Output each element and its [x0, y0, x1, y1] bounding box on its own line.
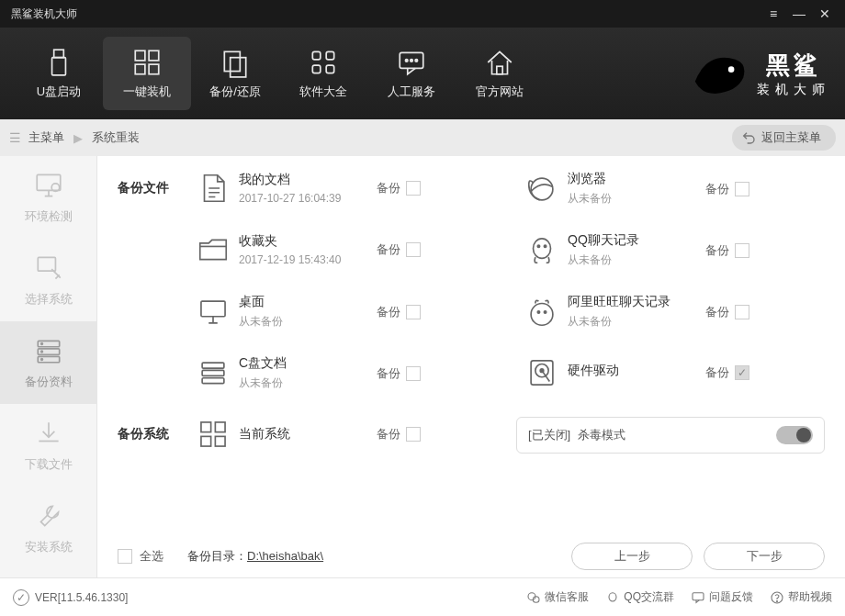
- svg-point-34: [544, 310, 546, 312]
- item-title: 阿里旺旺聊天记录: [568, 294, 705, 310]
- status-link-help[interactable]: 帮助视频: [770, 589, 832, 605]
- step-install[interactable]: 安装系统: [0, 487, 96, 569]
- svg-point-13: [405, 60, 408, 62]
- svg-point-17: [728, 66, 735, 73]
- next-step-button[interactable]: 下一步: [704, 543, 825, 570]
- status-link-wechat[interactable]: 微信客服: [526, 589, 589, 605]
- svg-rect-1: [52, 58, 66, 75]
- item-my-documents: 我的文档2017-10-27 16:04:39 备份: [187, 171, 496, 206]
- breadcrumb-root[interactable]: 主菜单: [28, 129, 64, 146]
- select-all-checkbox[interactable]: 全选: [118, 548, 187, 565]
- menu-button[interactable]: ≡: [760, 6, 786, 21]
- home-icon: [484, 47, 515, 78]
- svg-rect-3: [149, 50, 159, 61]
- svg-rect-31: [201, 301, 225, 317]
- breadcrumb-bar: ☰ 主菜单 ▶ 系统重装 返回主菜单: [0, 119, 845, 156]
- svg-rect-2: [135, 50, 145, 61]
- svg-rect-42: [215, 422, 225, 432]
- step-label: 环境检测: [25, 208, 73, 225]
- title-bar: 黑鲨装机大师 ≡ — ✕: [0, 0, 845, 28]
- status-link-qqgroup[interactable]: QQ交流群: [605, 589, 674, 605]
- backup-checkbox-driver[interactable]: 备份: [705, 364, 749, 381]
- monitor-icon: [196, 295, 231, 330]
- brand-logo: 黑鲨 装机大师: [687, 41, 830, 106]
- prev-step-button[interactable]: 上一步: [571, 543, 693, 570]
- antivirus-mode-box: [已关闭] 杀毒模式: [516, 417, 825, 454]
- back-main-button[interactable]: 返回主菜单: [732, 125, 836, 151]
- nav-support[interactable]: 人工服务: [367, 37, 456, 110]
- backup-path-link[interactable]: D:\heisha\bak\: [247, 549, 323, 563]
- nav-backup-restore[interactable]: 备份/还原: [191, 37, 279, 110]
- minimize-button[interactable]: —: [786, 6, 812, 21]
- apps-icon: [308, 47, 339, 78]
- wrench-icon: [33, 500, 64, 532]
- chevron-right-icon: ▶: [73, 131, 83, 145]
- svg-point-32: [531, 303, 553, 325]
- document-icon: [196, 171, 231, 206]
- cursor-rect-icon: [33, 252, 64, 284]
- antivirus-status: [已关闭]: [528, 427, 570, 443]
- item-sub: 2017-12-19 15:43:40: [239, 253, 377, 266]
- backup-checkbox-aliww[interactable]: 备份: [705, 304, 749, 320]
- svg-rect-48: [693, 592, 704, 599]
- chat-icon: [396, 47, 427, 78]
- svg-point-25: [40, 351, 42, 353]
- svg-rect-11: [326, 65, 334, 73]
- status-link-feedback[interactable]: 问题反馈: [691, 589, 753, 605]
- item-sub: 从未备份: [568, 314, 705, 330]
- version-text: VER[11.5.46.1330]: [35, 591, 128, 604]
- step-sidebar: 环境检测 选择系统 备份资料 下载文件 安装系统: [0, 156, 97, 577]
- link-label: 微信客服: [545, 589, 589, 605]
- main-panel: 备份文件 我的文档2017-10-27 16:04:39 备份 浏览器从未备份 …: [97, 156, 845, 577]
- svg-rect-8: [312, 51, 321, 60]
- copy-icon: [220, 47, 251, 78]
- step-backup-data[interactable]: 备份资料: [0, 321, 96, 404]
- svg-rect-35: [202, 363, 224, 368]
- backup-path: 备份目录：D:\heisha\bak\: [187, 548, 323, 565]
- item-title: 桌面: [239, 294, 377, 310]
- item-sub: 从未备份: [239, 314, 377, 330]
- svg-point-30: [544, 245, 546, 247]
- item-browser: 浏览器从未备份 备份: [516, 171, 825, 207]
- nav-website[interactable]: 官方网站: [456, 37, 544, 110]
- backup-checkbox-browser[interactable]: 备份: [705, 181, 749, 197]
- close-button[interactable]: ✕: [812, 6, 838, 21]
- item-aliwangwang: 阿里旺旺聊天记录从未备份 备份: [516, 294, 825, 330]
- item-title: 收藏夹: [239, 233, 377, 250]
- nav-usb-boot[interactable]: U盘启动: [15, 37, 103, 110]
- svg-point-47: [609, 592, 616, 600]
- link-label: 帮助视频: [788, 589, 832, 605]
- item-qq-chat: QQ聊天记录从未备份 备份: [516, 232, 825, 268]
- item-sub: 从未备份: [568, 252, 705, 268]
- nav-reinstall[interactable]: 一键装机: [103, 37, 191, 110]
- window-title: 黑鲨装机大师: [7, 6, 760, 22]
- backup-checkbox-fav[interactable]: 备份: [377, 241, 421, 258]
- select-all-label: 全选: [140, 548, 163, 565]
- item-favorites: 收藏夹2017-12-19 15:43:40 备份: [187, 232, 496, 267]
- backup-checkbox-docs[interactable]: 备份: [377, 180, 421, 196]
- download-icon: [33, 418, 64, 449]
- nav-software[interactable]: 软件大全: [279, 37, 367, 110]
- backup-checkbox-qq[interactable]: 备份: [705, 242, 749, 259]
- step-label: 备份资料: [25, 374, 73, 390]
- wechat-icon: [526, 590, 541, 605]
- version-icon: ✓: [13, 589, 29, 606]
- step-env-check[interactable]: 环境检测: [0, 156, 96, 239]
- step-label: 选择系统: [25, 291, 73, 308]
- svg-point-50: [776, 600, 777, 601]
- svg-rect-16: [497, 66, 502, 74]
- backup-checkbox-cursys[interactable]: 备份: [377, 426, 421, 442]
- antivirus-toggle[interactable]: [776, 426, 813, 444]
- item-c-drive-docs: C盘文档从未备份 备份: [187, 355, 496, 391]
- svg-rect-41: [201, 422, 211, 432]
- svg-rect-0: [54, 50, 64, 58]
- qq-small-icon: [605, 590, 620, 605]
- antivirus-label: 杀毒模式: [578, 427, 625, 443]
- backup-checkbox-desktop[interactable]: 备份: [377, 304, 421, 320]
- step-label: 下载文件: [25, 456, 73, 473]
- list-icon: ☰: [9, 130, 21, 145]
- step-download[interactable]: 下载文件: [0, 404, 96, 487]
- windows-icon: [131, 47, 163, 78]
- backup-checkbox-cdrive[interactable]: 备份: [377, 365, 421, 382]
- step-select-system[interactable]: 选择系统: [0, 239, 96, 321]
